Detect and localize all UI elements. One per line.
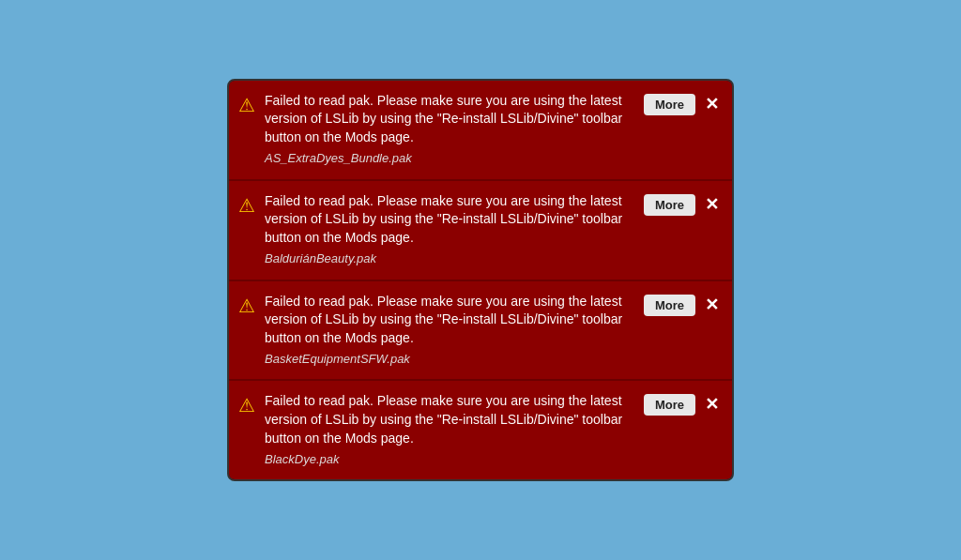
notification-message: Failed to read pak. Please make sure you… <box>265 92 634 147</box>
more-button[interactable]: More <box>644 295 695 316</box>
close-button[interactable]: ✕ <box>701 295 723 315</box>
notification-filename: BasketEquipmentSFW.pak <box>265 351 634 368</box>
warning-icon: ⚠ <box>238 194 255 217</box>
notification-content: Failed to read pak. Please make sure you… <box>265 392 634 468</box>
notification-filename: BalduriánBeauty.pak <box>265 250 634 267</box>
warning-icon: ⚠ <box>238 94 255 116</box>
notification-actions: More ✕ <box>644 295 723 316</box>
more-button[interactable]: More <box>644 394 695 416</box>
notification-filename: AS_ExtraDyes_Bundle.pak <box>265 150 634 167</box>
notification-message: Failed to read pak. Please make sure you… <box>265 192 634 248</box>
warning-icon: ⚠ <box>238 295 255 317</box>
notification-item: ⚠ Failed to read pak. Please make sure y… <box>229 381 732 479</box>
close-button[interactable]: ✕ <box>701 94 723 114</box>
notification-actions: More ✕ <box>644 94 723 115</box>
notification-actions: More ✕ <box>644 194 723 216</box>
notifications-container: ⚠ Failed to read pak. Please make sure y… <box>227 79 734 482</box>
notification-message: Failed to read pak. Please make sure you… <box>265 293 634 348</box>
notification-content: Failed to read pak. Please make sure you… <box>265 293 634 369</box>
more-button[interactable]: More <box>644 94 695 115</box>
close-button[interactable]: ✕ <box>701 194 723 215</box>
warning-icon: ⚠ <box>238 394 255 416</box>
notification-content: Failed to read pak. Please make sure you… <box>265 192 634 268</box>
notification-content: Failed to read pak. Please make sure you… <box>265 92 634 168</box>
notification-message: Failed to read pak. Please make sure you… <box>265 392 634 447</box>
notification-item: ⚠ Failed to read pak. Please make sure y… <box>229 81 732 181</box>
notification-actions: More ✕ <box>644 394 723 416</box>
more-button[interactable]: More <box>644 194 695 216</box>
notification-filename: BlackDye.pak <box>265 451 634 468</box>
notification-item: ⚠ Failed to read pak. Please make sure y… <box>229 281 732 382</box>
notification-item: ⚠ Failed to read pak. Please make sure y… <box>229 181 732 281</box>
close-button[interactable]: ✕ <box>701 394 723 415</box>
